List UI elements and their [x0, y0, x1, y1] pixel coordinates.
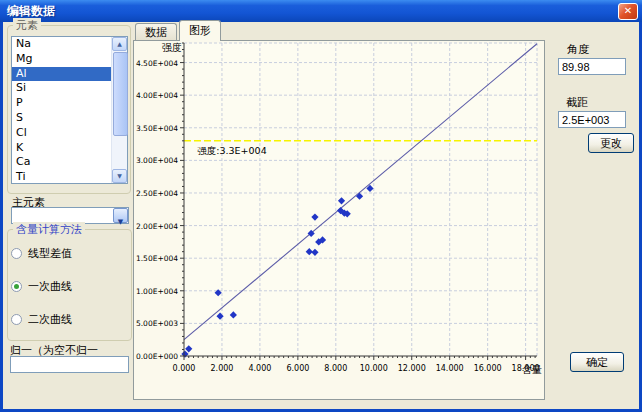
y-tick-label: 4.50E+004 — [136, 59, 178, 68]
y-tick-label: 5.00E+003 — [136, 319, 178, 328]
element-list-item[interactable]: Cl — [12, 126, 112, 141]
normalize-input[interactable] — [10, 356, 129, 373]
close-icon: ✕ — [624, 5, 632, 16]
element-list-item[interactable]: Al — [12, 67, 112, 82]
method-group-caption: 含量计算方法 — [13, 222, 85, 237]
radio-label: 一次曲线 — [28, 279, 72, 294]
intercept-label: 截距 — [566, 95, 588, 110]
close-button[interactable]: ✕ — [618, 3, 638, 20]
x-tick-label: 2.000 — [211, 364, 234, 373]
chevron-down-icon: ▼ — [118, 218, 123, 226]
y-tick-label: 0.00E+000 — [136, 352, 178, 361]
element-list-item[interactable]: K — [12, 141, 112, 156]
graph-tab-page: 强度:3.3E+0040.0002.0004.0006.0008.00010.0… — [133, 40, 545, 400]
plot-area — [184, 43, 537, 356]
scroll-down-button[interactable]: ▼ — [112, 169, 127, 183]
tab-data[interactable]: 数据 — [135, 23, 177, 41]
x-tick-label: 14.000 — [436, 364, 464, 373]
y-tick-label: 4.00E+004 — [136, 91, 178, 100]
y-tick-label: 1.00E+004 — [136, 287, 178, 296]
y-tick-label: 3.50E+004 — [136, 124, 178, 133]
ok-button[interactable]: 确定 — [570, 352, 624, 372]
combobox-dropdown-button[interactable]: ▼ — [113, 208, 128, 223]
intercept-input[interactable] — [558, 111, 626, 128]
radio-icon[interactable] — [11, 248, 22, 259]
scatter-chart: 强度:3.3E+0040.0002.0004.0006.0008.00010.0… — [134, 41, 546, 401]
element-list-scrollbar[interactable]: ▲ ▼ — [111, 37, 127, 183]
y-tick-label: 2.00E+004 — [136, 222, 178, 231]
elements-group-caption: 元素 — [13, 18, 41, 33]
element-list-item[interactable]: Ca — [12, 155, 112, 170]
element-list-item[interactable]: Mg — [12, 52, 112, 67]
radio-option-second-order-curve[interactable]: 二次曲线 — [11, 312, 72, 326]
x-axis-title: 含量 — [522, 364, 542, 375]
element-list-item[interactable]: P — [12, 96, 112, 111]
radio-label: 二次曲线 — [28, 312, 72, 327]
change-button[interactable]: 更改 — [588, 133, 634, 153]
title-bar[interactable]: 编辑数据 — [0, 0, 642, 22]
y-tick-label: 3.00E+004 — [136, 156, 178, 165]
main-element-combobox-input[interactable] — [13, 209, 113, 222]
element-list-item[interactable]: Si — [12, 81, 112, 96]
y-tick-label: 1.50E+004 — [136, 254, 178, 263]
element-list[interactable]: NaMgAlSiPSClKCaTi ▲ ▼ — [11, 36, 128, 184]
x-tick-label: 8.000 — [324, 364, 347, 373]
arrow-up-icon: ▲ — [113, 38, 126, 50]
tab-graph[interactable]: 图形 — [179, 20, 221, 41]
angle-label: 角度 — [567, 42, 589, 57]
radio-label: 线型差值 — [28, 246, 72, 261]
y-tick-label: 2.50E+004 — [136, 189, 178, 198]
scrollbar-thumb[interactable] — [113, 52, 128, 136]
scroll-up-button[interactable]: ▲ — [112, 37, 127, 51]
x-tick-label: 10.000 — [360, 364, 388, 373]
element-list-item[interactable]: S — [12, 111, 112, 126]
radio-option-linear-interp[interactable]: 线型差值 — [11, 246, 72, 260]
angle-input[interactable] — [558, 58, 626, 75]
x-tick-label: 6.000 — [286, 364, 309, 373]
radio-icon[interactable] — [11, 314, 22, 325]
x-tick-label: 16.000 — [474, 364, 502, 373]
arrow-down-icon: ▼ — [113, 170, 126, 182]
reference-line-label: 强度:3.3E+004 — [197, 145, 266, 156]
window-border-left — [0, 22, 3, 412]
element-list-item[interactable]: Na — [12, 37, 112, 52]
y-axis-title: 强度 — [162, 42, 182, 53]
radio-icon[interactable] — [11, 281, 22, 292]
x-tick-label: 4.000 — [248, 364, 271, 373]
x-tick-label: 12.000 — [398, 364, 426, 373]
radio-option-first-order-curve[interactable]: 一次曲线 — [11, 279, 72, 293]
window-title: 编辑数据 — [7, 4, 55, 18]
x-tick-label: 0.000 — [173, 364, 196, 373]
edit-data-dialog: 编辑数据 ✕ 元素 NaMgAlSiPSClKCaTi ▲ ▼ 主元素 ▼ 含量… — [0, 0, 642, 412]
element-list-item[interactable]: Ti — [12, 170, 112, 183]
